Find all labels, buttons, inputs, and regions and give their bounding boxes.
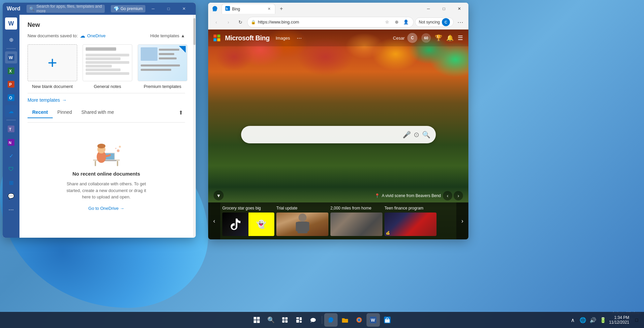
profile-icon[interactable]: 👤 (402, 18, 410, 26)
bing-rewards-score[interactable]: 60 (421, 33, 431, 43)
svg-rect-26 (214, 35, 217, 38)
svg-point-23 (115, 148, 117, 149)
bing-search-input[interactable] (246, 132, 400, 138)
tray-up-arrow[interactable]: ∧ (568, 315, 578, 325)
news-item-3[interactable]: 2,000 miles from home (330, 206, 382, 236)
browser-minimize-button[interactable]: ─ (421, 3, 436, 14)
bing-photo-next-button[interactable]: › (454, 191, 463, 200)
bing-user-avatar[interactable]: C (407, 33, 417, 43)
new-tab-button[interactable]: + (277, 4, 286, 13)
svg-point-20 (97, 144, 105, 148)
svg-text:O: O (9, 96, 12, 100)
browser-tab-close-button[interactable]: ✕ (266, 6, 272, 12)
sidebar-item-powerpoint[interactable]: P (5, 78, 17, 90)
browser-more-button[interactable]: ⋯ (455, 17, 466, 28)
collections-icon[interactable]: ⊕ (393, 18, 401, 26)
tab-filter-icon[interactable]: ⬆ (177, 107, 185, 118)
sidebar-item-home[interactable]: W (5, 17, 17, 30)
news-scroll-next-button[interactable]: › (456, 202, 468, 239)
sidebar-item-todo[interactable]: ✓ (5, 150, 17, 162)
hide-templates-button[interactable]: Hide templates ▲ (150, 33, 185, 38)
refresh-button[interactable]: ↻ (235, 17, 246, 28)
bing-visual-search-icon[interactable]: ⊙ (414, 131, 419, 139)
taskbar-word-button[interactable]: W (367, 313, 380, 327)
word-scrollbar[interactable] (193, 15, 196, 238)
not-syncing-button[interactable]: Not syncing C (415, 17, 454, 27)
template-card-blank[interactable]: + New blank document (28, 44, 77, 89)
taskbar-center: 🔍 (250, 313, 394, 327)
taskbar-search-button[interactable]: 🔍 (264, 313, 278, 327)
browser-tab-title: Bing (232, 7, 264, 11)
tray-volume-icon[interactable]: 🔊 (588, 315, 598, 325)
word-minimize-button[interactable]: ─ (145, 3, 161, 15)
word-scroll-thumb[interactable] (193, 18, 195, 45)
tray-battery-icon[interactable]: 🔋 (598, 315, 608, 325)
template-card-premium[interactable]: Premium templates (138, 44, 187, 89)
more-templates-link[interactable]: More templates → (28, 97, 185, 103)
sidebar-item-files[interactable]: ⊞ (5, 177, 17, 189)
notification-center-button[interactable]: □ (632, 315, 641, 325)
start-button[interactable] (250, 313, 264, 327)
sidebar-item-skype[interactable]: 💬 (5, 190, 17, 202)
browser-window: b Bing ✕ + ─ □ ✕ ‹ › ↻ 🔒 https://www.bin… (208, 3, 468, 239)
bing-menu-icon[interactable]: ☰ (458, 34, 463, 42)
favorites-icon[interactable]: ☆ (383, 18, 391, 26)
taskbar-widgets-button[interactable] (292, 313, 306, 327)
tab-pinned[interactable]: Pinned (53, 107, 77, 118)
sidebar-item-defender[interactable]: 🛡 (5, 163, 17, 175)
blank-template-thumbnail[interactable]: + (28, 44, 77, 81)
tabs-divider (28, 122, 185, 123)
sidebar-item-onenote[interactable]: N (5, 136, 17, 148)
news-scroll-prev-button[interactable]: ‹ (208, 202, 220, 239)
browser-window-controls: ─ □ ✕ (421, 3, 467, 14)
taskbar-chat-button[interactable] (307, 313, 320, 327)
templates-divider (28, 93, 185, 93)
taskbar-firefox-button[interactable] (353, 313, 366, 327)
bing-collapse-button[interactable]: ▾ (214, 190, 224, 200)
bing-photo-caption: A vivid scene from Beavers Bend (382, 193, 441, 198)
template-card-notes[interactable]: General notes (83, 44, 132, 89)
notes-template-thumbnail[interactable] (83, 44, 132, 81)
taskbar-files-button[interactable] (338, 313, 352, 327)
bing-search-submit-icon[interactable]: 🔍 (422, 131, 430, 139)
svg-rect-29 (217, 38, 220, 41)
taskbar-edge-button[interactable] (324, 313, 338, 327)
browser-close-button[interactable]: ✕ (452, 3, 467, 14)
word-search-bar[interactable]: 🔍 Search for apps, files, templates and … (27, 5, 105, 13)
sidebar-item-word[interactable]: W (5, 51, 17, 63)
sidebar-item-outlook[interactable]: O (5, 92, 17, 104)
notes-line-3 (86, 57, 121, 60)
word-close-button[interactable]: ✕ (176, 3, 192, 15)
word-premium-button[interactable]: 💎 Go premium (111, 5, 145, 12)
bing-nav-images[interactable]: Images (273, 34, 293, 42)
rocks-thumbnail (330, 213, 382, 236)
tray-network-icon[interactable]: 🌐 (578, 315, 588, 325)
taskbar-store-button[interactable] (381, 313, 394, 327)
bing-notifications-icon[interactable]: 🔔 (446, 34, 454, 42)
sidebar-item-teams[interactable]: T (5, 123, 17, 135)
bing-photo-prev-button[interactable]: ‹ (443, 191, 452, 200)
tab-recent[interactable]: Recent (28, 107, 53, 118)
bing-trophy-icon[interactable]: 🏆 (435, 34, 442, 42)
word-window: Word 🔍 Search for apps, files, templates… (3, 3, 196, 238)
premium-template-thumbnail[interactable] (138, 44, 187, 81)
sidebar-item-apps[interactable]: ⋯ (5, 203, 17, 216)
svg-point-22 (119, 146, 121, 148)
tab-shared-with-me[interactable]: Shared with me (77, 107, 119, 118)
bing-search-box[interactable]: 🎤 ⊙ 🔍 (241, 126, 436, 143)
taskbar-clock[interactable]: 1:34 PM 11/12/2021 (609, 315, 631, 325)
go-to-onedrive-link[interactable]: Go to OneDrive → (88, 206, 124, 211)
sidebar-item-onedrive[interactable]: ☁ (5, 105, 17, 117)
address-bar[interactable]: 🔒 https://www.bing.com ☆ ⊕ 👤 (247, 17, 414, 28)
bing-nav-more-icon[interactable]: ··· (295, 33, 304, 43)
sidebar-item-excel[interactable]: X (5, 65, 17, 77)
browser-tab-bing[interactable]: b Bing ✕ (222, 4, 275, 14)
news-item-2[interactable]: Trial update (276, 206, 328, 236)
sidebar-item-new[interactable]: ⊕ (5, 34, 17, 46)
browser-maximize-button[interactable]: □ (436, 3, 452, 14)
word-maximize-button[interactable]: □ (161, 3, 176, 15)
news-item-1[interactable]: Grocery star goes big 👻 (222, 206, 274, 236)
bing-voice-search-icon[interactable]: 🎤 (403, 131, 411, 139)
news-item-4[interactable]: Teen finance program 💰 (384, 206, 436, 236)
taskbar-taskview-button[interactable] (278, 313, 292, 327)
